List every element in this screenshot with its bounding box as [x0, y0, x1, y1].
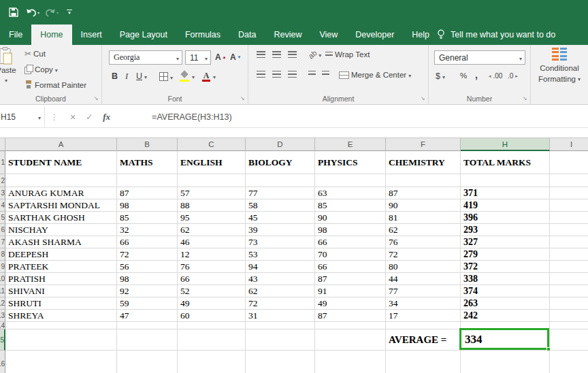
cell-C11[interactable]: 52 — [178, 285, 246, 297]
cell-D3[interactable]: 77 — [246, 187, 315, 199]
cell-A10[interactable]: PRATISH — [5, 273, 117, 285]
row-header-15[interactable]: 15 — [0, 329, 5, 351]
ribbon-tab-help[interactable]: Help — [403, 25, 438, 45]
col-header-H[interactable]: H — [461, 137, 550, 151]
decrease-decimal-button[interactable]: .0 — [508, 72, 518, 80]
cell-I6[interactable] — [550, 224, 588, 236]
number-format-select[interactable]: General — [434, 50, 525, 65]
increase-decimal-button[interactable]: .00 — [489, 72, 502, 80]
cell-C16[interactable] — [178, 351, 246, 373]
merge-center-button[interactable]: Merge & Center — [339, 71, 411, 79]
cell-B16[interactable] — [117, 351, 178, 373]
cell-F4[interactable]: 90 — [386, 199, 461, 212]
cell-I14[interactable] — [550, 322, 588, 329]
cell-F2[interactable] — [386, 174, 461, 187]
decrease-font-size-button[interactable]: A — [230, 52, 240, 62]
ribbon-tab-insert[interactable]: Insert — [72, 25, 111, 45]
cell-F13[interactable]: 17 — [386, 310, 461, 322]
select-all-corner[interactable] — [0, 137, 5, 151]
cell-B1[interactable]: MATHS — [117, 151, 178, 174]
cell-D11[interactable]: 62 — [246, 285, 315, 297]
copy-button[interactable]: Copy — [24, 65, 58, 74]
cell-A4[interactable]: SAPTARSHI MONDAL — [5, 199, 117, 212]
row-header-11[interactable]: 11 — [0, 285, 5, 297]
cell-H9[interactable]: 372 — [461, 261, 550, 273]
alignment-dialog-launcher[interactable] — [419, 95, 426, 102]
cell-H2[interactable] — [461, 174, 550, 187]
cell-E8[interactable]: 70 — [315, 248, 386, 261]
increase-indent-button[interactable] — [322, 71, 329, 77]
row-header-4[interactable]: 4 — [0, 199, 5, 212]
cell-F9[interactable]: 80 — [386, 261, 461, 273]
cell-I3[interactable] — [550, 187, 588, 199]
cell-C8[interactable]: 12 — [178, 248, 246, 261]
ribbon-tab-view[interactable]: View — [310, 25, 346, 45]
formula-input[interactable]: =AVERAGE(H3:H13) — [152, 112, 232, 122]
col-header-F[interactable]: F — [386, 137, 461, 151]
decrease-indent-button[interactable] — [308, 71, 316, 77]
cell-H8[interactable]: 279 — [461, 248, 550, 261]
cell-B6[interactable]: 32 — [117, 224, 178, 236]
cell-E2[interactable] — [315, 174, 386, 187]
cell-C2[interactable] — [178, 174, 246, 187]
align-right-button[interactable] — [288, 71, 297, 78]
cell-C4[interactable]: 88 — [178, 199, 246, 212]
cell-F1[interactable]: CHEMISTRY — [386, 151, 461, 174]
cell-B3[interactable]: 87 — [117, 187, 178, 199]
cell-B2[interactable] — [117, 174, 178, 187]
cell-B8[interactable]: 72 — [117, 248, 178, 261]
font-size-select[interactable]: 11 — [185, 50, 211, 65]
cell-D2[interactable] — [246, 174, 315, 187]
cell-D10[interactable]: 43 — [246, 273, 315, 285]
cell-I13[interactable] — [550, 310, 588, 322]
cell-I1[interactable] — [550, 151, 588, 174]
ribbon-tab-developer[interactable]: Developer — [346, 25, 403, 45]
tell-me-box[interactable]: Tell me what you want to do — [437, 25, 555, 45]
cell-B10[interactable]: 98 — [117, 273, 178, 285]
borders-button[interactable] — [159, 72, 173, 81]
font-name-select[interactable]: Georgia — [109, 50, 182, 65]
cell-F5[interactable]: 81 — [386, 212, 461, 224]
cell-D7[interactable]: 73 — [246, 236, 315, 248]
cell-I4[interactable] — [550, 199, 588, 212]
cell-A7[interactable]: AKASH SHARMA — [5, 236, 117, 248]
paste-button[interactable]: Paste — [0, 47, 26, 97]
cell-C10[interactable]: 66 — [178, 273, 246, 285]
cell-B4[interactable]: 98 — [117, 199, 178, 212]
cell-B7[interactable]: 66 — [117, 236, 178, 248]
italic-button[interactable]: I — [125, 71, 128, 82]
cell-E1[interactable]: PHYSICS — [315, 151, 386, 174]
cell-C13[interactable]: 60 — [178, 310, 246, 322]
row-header-9[interactable]: 9 — [0, 261, 5, 273]
cell-D1[interactable]: BIOLOGY — [246, 151, 315, 174]
row-header-3[interactable]: 3 — [0, 187, 5, 199]
cell-C6[interactable]: 62 — [178, 224, 246, 236]
cell-C12[interactable]: 49 — [178, 297, 246, 310]
cell-F14[interactable] — [386, 322, 461, 329]
middle-align-button[interactable] — [272, 51, 281, 59]
cell-E6[interactable]: 98 — [315, 224, 386, 236]
cell-I12[interactable] — [550, 297, 588, 310]
wrap-text-button[interactable]: Wrap Text — [325, 50, 370, 59]
ribbon-tab-home[interactable]: Home — [31, 25, 71, 45]
ribbon-tab-file[interactable]: File — [0, 25, 31, 45]
cell-B15[interactable] — [117, 329, 178, 351]
col-header-B[interactable]: B — [117, 137, 178, 151]
format-painter-button[interactable]: Format Painter — [24, 80, 86, 89]
redo-button[interactable] — [44, 4, 60, 20]
cell-B11[interactable]: 92 — [117, 285, 178, 297]
cell-C15[interactable] — [178, 329, 246, 351]
cell-C3[interactable]: 57 — [178, 187, 246, 199]
col-header-D[interactable]: D — [246, 137, 315, 151]
cell-C14[interactable] — [178, 322, 246, 329]
row-header-8[interactable]: 8 — [0, 248, 5, 261]
cell-H5[interactable]: 396 — [461, 212, 550, 224]
row-header-7[interactable]: 7 — [0, 236, 5, 248]
cell-I8[interactable] — [550, 248, 588, 261]
percent-style-button[interactable]: % — [460, 71, 467, 80]
row-header-10[interactable]: 10 — [0, 273, 5, 285]
number-dialog-launcher[interactable] — [521, 95, 528, 102]
col-header-I[interactable]: I — [550, 137, 588, 151]
row-header-13[interactable]: 13 — [0, 310, 5, 322]
underline-button[interactable]: U — [136, 71, 147, 81]
